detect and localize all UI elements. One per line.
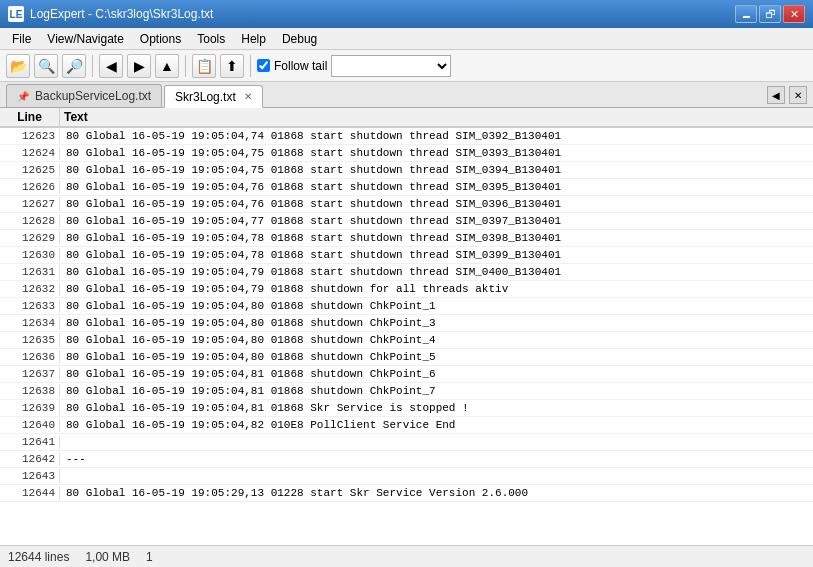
title-bar-left: LE LogExpert - C:\skr3log\Skr3Log.txt xyxy=(8,6,213,22)
cell-text: 80 Global 16-05-19 19:05:04,79 01868 sta… xyxy=(60,265,813,279)
table-row[interactable]: 12630 80 Global 16-05-19 19:05:04,78 018… xyxy=(0,247,813,264)
table-row[interactable]: 12628 80 Global 16-05-19 19:05:04,77 018… xyxy=(0,213,813,230)
cell-text: 80 Global 16-05-19 19:05:04,82 010E8 Pol… xyxy=(60,418,813,432)
cell-line: 12625 xyxy=(0,163,60,177)
cell-line: 12623 xyxy=(0,129,60,143)
cell-text: 80 Global 16-05-19 19:05:04,79 01868 shu… xyxy=(60,282,813,296)
column-header-text: Text xyxy=(60,108,813,126)
table-row[interactable]: 12631 80 Global 16-05-19 19:05:04,79 018… xyxy=(0,264,813,281)
open-button[interactable]: 📂 xyxy=(6,54,30,78)
menu-view-navigate[interactable]: View/Navigate xyxy=(39,28,132,49)
cell-line: 12624 xyxy=(0,146,60,160)
table-row[interactable]: 12638 80 Global 16-05-19 19:05:04,81 018… xyxy=(0,383,813,400)
table-row[interactable]: 12627 80 Global 16-05-19 19:05:04,76 018… xyxy=(0,196,813,213)
column-header-line: Line xyxy=(0,108,60,126)
cell-text: 80 Global 16-05-19 19:05:04,81 01868 shu… xyxy=(60,367,813,381)
cell-line: 12640 xyxy=(0,418,60,432)
cell-text: --- xyxy=(60,452,813,466)
cell-line: 12639 xyxy=(0,401,60,415)
log-area: Line Text 12623 80 Global 16-05-19 19:05… xyxy=(0,108,813,545)
cell-line: 12633 xyxy=(0,299,60,313)
table-row[interactable]: 12624 80 Global 16-05-19 19:05:04,75 018… xyxy=(0,145,813,162)
log-rows[interactable]: 12623 80 Global 16-05-19 19:05:04,74 018… xyxy=(0,128,813,545)
cell-text: 80 Global 16-05-19 19:05:04,80 01868 shu… xyxy=(60,333,813,347)
goto-button[interactable]: ⬆ xyxy=(220,54,244,78)
status-bar: 12644 lines 1,00 MB 1 xyxy=(0,545,813,567)
cell-line: 12644 xyxy=(0,486,60,500)
status-size: 1,00 MB xyxy=(85,550,130,564)
status-selection: 1 xyxy=(146,550,153,564)
cell-text xyxy=(60,441,813,443)
cell-line: 12631 xyxy=(0,265,60,279)
cell-text: 80 Global 16-05-19 19:05:04,74 01868 sta… xyxy=(60,129,813,143)
title-bar: LE LogExpert - C:\skr3log\Skr3Log.txt 🗕 … xyxy=(0,0,813,28)
tab-bar-right: ◀ ✕ xyxy=(767,86,807,104)
cell-line: 12627 xyxy=(0,197,60,211)
cell-line: 12636 xyxy=(0,350,60,364)
cell-text: 80 Global 16-05-19 19:05:04,78 01868 sta… xyxy=(60,231,813,245)
table-row[interactable]: 12633 80 Global 16-05-19 19:05:04,80 018… xyxy=(0,298,813,315)
menu-debug[interactable]: Debug xyxy=(274,28,325,49)
cell-text: 80 Global 16-05-19 19:05:04,80 01868 shu… xyxy=(60,350,813,364)
pin-icon: 📌 xyxy=(17,91,29,102)
toolbar-sep-1 xyxy=(92,55,93,77)
menu-help[interactable]: Help xyxy=(233,28,274,49)
search-next-button[interactable]: 🔎 xyxy=(62,54,86,78)
cell-text: 80 Global 16-05-19 19:05:04,80 01868 shu… xyxy=(60,316,813,330)
table-row[interactable]: 12623 80 Global 16-05-19 19:05:04,74 018… xyxy=(0,128,813,145)
table-row[interactable]: 12644 80 Global 16-05-19 19:05:29,13 012… xyxy=(0,485,813,502)
search-button[interactable]: 🔍 xyxy=(34,54,58,78)
cell-text: 80 Global 16-05-19 19:05:04,81 01868 Skr… xyxy=(60,401,813,415)
toolbar-sep-2 xyxy=(185,55,186,77)
table-row[interactable]: 12643 xyxy=(0,468,813,485)
table-row[interactable]: 12635 80 Global 16-05-19 19:05:04,80 018… xyxy=(0,332,813,349)
table-row[interactable]: 12642--- xyxy=(0,451,813,468)
status-lines: 12644 lines xyxy=(8,550,69,564)
tab-scroll-left[interactable]: ◀ xyxy=(767,86,785,104)
table-row[interactable]: 12640 80 Global 16-05-19 19:05:04,82 010… xyxy=(0,417,813,434)
cell-line: 12642 xyxy=(0,452,60,466)
table-row[interactable]: 12625 80 Global 16-05-19 19:05:04,75 018… xyxy=(0,162,813,179)
table-row[interactable]: 12641 xyxy=(0,434,813,451)
tab-backupservicelog[interactable]: 📌 BackupServiceLog.txt xyxy=(6,84,162,107)
close-button[interactable]: ✕ xyxy=(783,5,805,23)
tab-skr3log-label: Skr3Log.txt xyxy=(175,90,236,104)
table-row[interactable]: 12636 80 Global 16-05-19 19:05:04,80 018… xyxy=(0,349,813,366)
cell-text: 80 Global 16-05-19 19:05:04,76 01868 sta… xyxy=(60,180,813,194)
maximize-button[interactable]: 🗗 xyxy=(759,5,781,23)
menu-options[interactable]: Options xyxy=(132,28,189,49)
menu-tools[interactable]: Tools xyxy=(189,28,233,49)
cell-text: 80 Global 16-05-19 19:05:04,76 01868 sta… xyxy=(60,197,813,211)
tab-skr3log[interactable]: Skr3Log.txt ✕ xyxy=(164,85,263,108)
follow-tail-checkbox[interactable] xyxy=(257,59,270,72)
nav-up-button[interactable]: ▲ xyxy=(155,54,179,78)
filter-dropdown[interactable] xyxy=(331,55,451,77)
cell-line: 12630 xyxy=(0,248,60,262)
minimize-button[interactable]: 🗕 xyxy=(735,5,757,23)
cell-text: 80 Global 16-05-19 19:05:04,75 01868 sta… xyxy=(60,146,813,160)
menu-file[interactable]: File xyxy=(4,28,39,49)
toolbar-sep-3 xyxy=(250,55,251,77)
follow-tail-label: Follow tail xyxy=(274,59,327,73)
cell-text: 80 Global 16-05-19 19:05:04,75 01868 sta… xyxy=(60,163,813,177)
table-row[interactable]: 12639 80 Global 16-05-19 19:05:04,81 018… xyxy=(0,400,813,417)
table-row[interactable]: 12629 80 Global 16-05-19 19:05:04,78 018… xyxy=(0,230,813,247)
tab-close-icon[interactable]: ✕ xyxy=(244,91,252,102)
cell-line: 12637 xyxy=(0,367,60,381)
cell-line: 12626 xyxy=(0,180,60,194)
cell-line: 12632 xyxy=(0,282,60,296)
nav-forward-button[interactable]: ▶ xyxy=(127,54,151,78)
table-row[interactable]: 12632 80 Global 16-05-19 19:05:04,79 018… xyxy=(0,281,813,298)
copy-button[interactable]: 📋 xyxy=(192,54,216,78)
table-row[interactable]: 12626 80 Global 16-05-19 19:05:04,76 018… xyxy=(0,179,813,196)
table-row[interactable]: 12634 80 Global 16-05-19 19:05:04,80 018… xyxy=(0,315,813,332)
nav-back-button[interactable]: ◀ xyxy=(99,54,123,78)
menu-bar: File View/Navigate Options Tools Help De… xyxy=(0,28,813,50)
cell-text: 80 Global 16-05-19 19:05:04,81 01868 shu… xyxy=(60,384,813,398)
window-title: LogExpert - C:\skr3log\Skr3Log.txt xyxy=(30,7,213,21)
tab-close-all[interactable]: ✕ xyxy=(789,86,807,104)
cell-line: 12629 xyxy=(0,231,60,245)
tab-bar: 📌 BackupServiceLog.txt Skr3Log.txt ✕ ◀ ✕ xyxy=(0,82,813,108)
tab-backupservicelog-label: BackupServiceLog.txt xyxy=(35,89,151,103)
table-row[interactable]: 12637 80 Global 16-05-19 19:05:04,81 018… xyxy=(0,366,813,383)
